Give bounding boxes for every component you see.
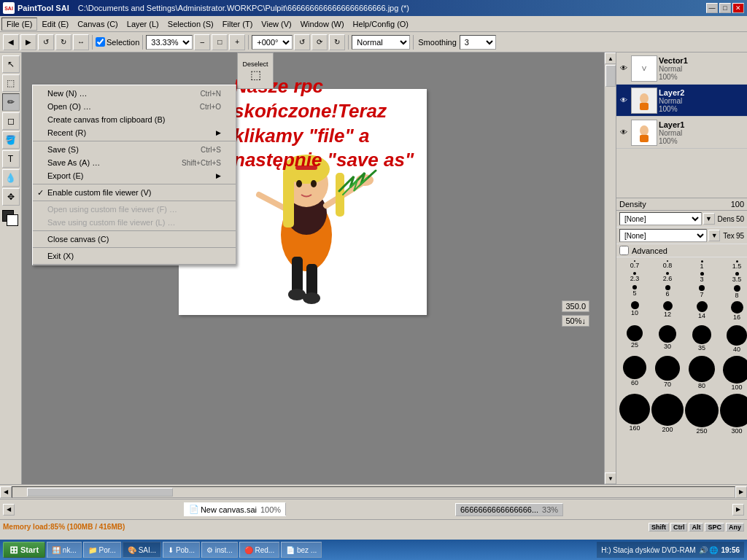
brush-texture2-btn[interactable]: ▼ (708, 230, 720, 241)
menu-new[interactable]: New (N) …Ctrl+N (33, 87, 236, 100)
tool-rotate-cw[interactable]: ↻ (55, 34, 71, 50)
rotate-reset-btn[interactable]: ⟳ (311, 34, 328, 50)
brush-size-item[interactable]: 35 (685, 325, 719, 354)
taskbar-item-pob[interactable]: ⬇ Pob... (163, 542, 200, 558)
tab-scroll-right[interactable]: ▶ (732, 504, 744, 516)
tool-brush[interactable]: ✏ (2, 93, 20, 111)
layer-item-layer2[interactable]: 👁 Layer2 Normal 100% (616, 85, 747, 117)
menu-canvas[interactable]: Canvas (C) (73, 18, 123, 30)
rotate-pos-btn[interactable]: ↻ (329, 34, 345, 50)
brush-texture2-select[interactable]: [None] (619, 229, 707, 242)
zoom-out-btn[interactable]: – (194, 34, 210, 50)
tool-move[interactable]: ✥ (2, 188, 20, 206)
layer-eye-layer1[interactable]: 👁 (618, 127, 630, 139)
tool-select[interactable]: ↖ (2, 55, 20, 73)
tool-fill[interactable]: 🪣 (2, 131, 20, 149)
taskbar-item-bez[interactable]: 📄 bez ... (281, 542, 322, 558)
brush-size-item[interactable]: 160 (619, 394, 650, 435)
menu-save[interactable]: Save (S)Ctrl+S (33, 143, 236, 156)
menu-window[interactable]: Window (W) (296, 18, 349, 30)
canvas-scroll-up[interactable]: ▲ (605, 52, 616, 64)
brush-size-item[interactable]: 250 (685, 394, 719, 435)
brush-size-item[interactable]: 10 (619, 301, 650, 324)
brush-size-item[interactable]: 14 (685, 301, 719, 324)
start-button[interactable]: ⊞ Start (3, 542, 45, 558)
tool-eraser[interactable]: ◻ (2, 112, 20, 130)
close-button[interactable]: ✕ (732, 3, 744, 13)
tab-scroll-left[interactable]: ◀ (3, 504, 15, 516)
rotation-dropdown[interactable]: +000° (252, 35, 293, 50)
zoom-in-btn[interactable]: + (229, 34, 245, 50)
layer-item-vector1[interactable]: 👁 V Vector1 Normal 100% (616, 52, 747, 85)
brush-size-item[interactable]: 5 (619, 285, 650, 300)
layer-eye-vector1[interactable]: 👁 (618, 63, 630, 74)
zoom-dropdown[interactable]: 33.33% 50% 100% (146, 35, 193, 50)
brush-size-item[interactable]: 1 (685, 260, 719, 271)
zoom-fit-btn[interactable]: □ (212, 34, 228, 50)
hscroll-thumb[interactable] (27, 488, 173, 497)
menu-open[interactable]: Open (O) …Ctrl+O (33, 100, 236, 113)
menu-recent[interactable]: Recent (R)▶ (33, 126, 236, 139)
brush-size-item[interactable]: 30 (651, 325, 684, 354)
menu-enable-custom-viewer[interactable]: Enable custom file viewer (V) (33, 186, 236, 199)
layer-eye-layer2[interactable]: 👁 (618, 95, 630, 106)
tool-arrow-left[interactable]: ◀ (3, 34, 19, 50)
menu-filter[interactable]: Filter (T) (218, 18, 258, 30)
brush-size-item[interactable]: 1.5 (720, 260, 747, 271)
minimize-button[interactable]: — (706, 3, 718, 13)
advanced-checkbox[interactable] (619, 246, 629, 255)
menu-file[interactable]: File (E) (1, 18, 37, 31)
brush-size-item[interactable]: 300 (720, 394, 747, 435)
canvas-scroll-track[interactable] (605, 64, 616, 472)
brush-size-item[interactable]: 0.8 (651, 260, 684, 271)
tool-arrow-right[interactable]: ▶ (20, 34, 36, 50)
brush-size-item[interactable]: 3.5 (720, 272, 747, 284)
brush-size-item[interactable]: 12 (651, 301, 684, 324)
selection-checkbox[interactable] (96, 37, 105, 47)
tool-rotate-ccw[interactable]: ↺ (38, 34, 54, 50)
brush-size-item[interactable]: 6 (651, 285, 684, 300)
menu-export[interactable]: Export (E)▶ (33, 169, 236, 182)
brush-size-item[interactable]: 3 (685, 272, 719, 284)
brush-size-item[interactable]: 40 (720, 325, 747, 354)
brush-size-item[interactable]: 80 (685, 356, 719, 392)
brush-size-item[interactable]: 0.7 (619, 260, 650, 271)
menu-edit[interactable]: Edit (E) (37, 18, 73, 30)
brush-size-item[interactable]: 100 (720, 356, 747, 392)
layer-item-layer1[interactable]: 👁 Layer1 Normal 100% (616, 117, 747, 149)
maximize-button[interactable]: □ (719, 3, 731, 13)
brush-size-item[interactable]: 7 (685, 285, 719, 300)
brush-size-item[interactable]: 8 (720, 285, 747, 300)
brush-size-item[interactable]: 200 (651, 394, 684, 435)
deselect-button[interactable]: Deselect ⬚ (237, 52, 274, 89)
brush-texture1-select[interactable]: [None] (619, 212, 702, 225)
taskbar-item-sai[interactable]: 🎨 SAI... (123, 542, 161, 558)
menu-close-canvas[interactable]: Close canvas (C) (33, 233, 236, 246)
brush-size-item[interactable]: 2.3 (619, 272, 650, 284)
menu-layer[interactable]: Layer (L) (123, 18, 163, 30)
menu-help[interactable]: Help/Config (O) (349, 18, 413, 30)
taskbar-item-red[interactable]: 🔴 Red... (239, 542, 279, 558)
tool-flip-h[interactable]: ↔ (73, 34, 89, 50)
color-swatch[interactable] (2, 210, 20, 228)
blend-mode-dropdown[interactable]: Normal (352, 35, 410, 50)
taskbar-item-inst[interactable]: ⚙ inst... (201, 542, 238, 558)
menu-create-from-clipboard[interactable]: Create canvas from clipboard (B) (33, 113, 236, 126)
taskbar-item-nk[interactable]: 🪟 nk... (47, 542, 82, 558)
menu-exit[interactable]: Exit (X) (33, 249, 236, 262)
smoothing-dropdown[interactable]: 3 0 1 2 4 5 (460, 35, 496, 50)
canvas-tab2[interactable]: 6666666666666666... 33% (455, 503, 563, 516)
brush-size-item[interactable]: 60 (619, 356, 650, 392)
tool-text[interactable]: T (2, 150, 20, 168)
hscroll-track[interactable] (12, 486, 735, 498)
brush-size-item[interactable]: 70 (651, 356, 684, 392)
menu-view[interactable]: View (V) (257, 18, 295, 30)
brush-size-item[interactable]: 2.6 (651, 272, 684, 284)
tool-eyedropper[interactable]: 💧 (2, 169, 20, 187)
hscroll-right[interactable]: ▶ (735, 486, 747, 498)
brush-size-item[interactable]: 16 (720, 301, 747, 324)
canvas-scroll-thumb[interactable] (605, 65, 616, 87)
menu-save-as[interactable]: Save As (A) …Shift+Ctrl+S (33, 156, 236, 169)
canvas-scroll-down[interactable]: ▼ (605, 472, 616, 484)
brush-size-item[interactable]: 25 (619, 325, 650, 354)
